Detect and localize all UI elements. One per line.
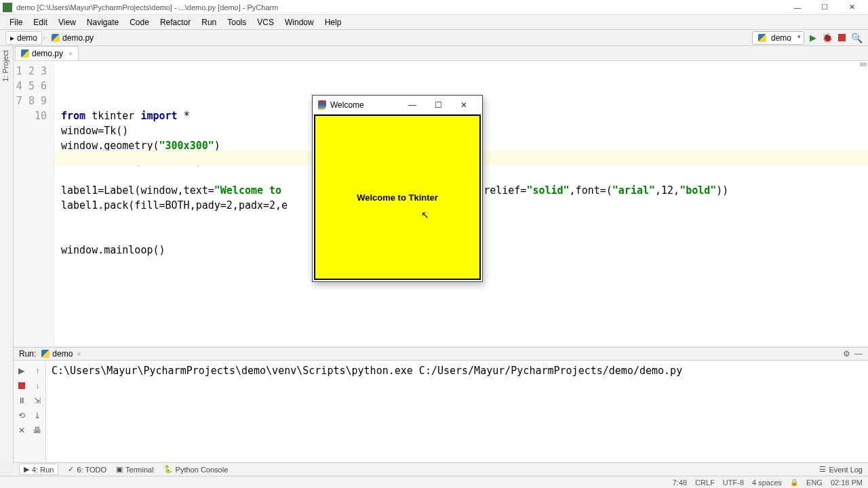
soft-wrap-icon[interactable]: ⇲: [30, 393, 46, 408]
tool-tab-eventlog[interactable]: ☰ Event Log: [819, 465, 863, 474]
run-button[interactable]: ▶: [810, 33, 816, 43]
menu-vcs[interactable]: VCS: [252, 16, 279, 28]
exit-button[interactable]: ⟲: [14, 408, 30, 423]
editor-tab-label: demo.py: [32, 49, 63, 58]
print-icon[interactable]: 🖶: [30, 423, 46, 438]
readonly-lock-icon[interactable]: 🔒: [790, 479, 798, 487]
run-settings-icon[interactable]: ⚙: [843, 349, 850, 359]
tkinter-label-text: Welcome to Tkinter: [357, 192, 438, 203]
editor-tab-demo[interactable]: demo.py ×: [15, 46, 79, 60]
code-token: ,12,: [655, 184, 679, 197]
editor-tabs: demo.py ×: [0, 46, 868, 61]
breadcrumb-file-label: demo.py: [62, 33, 94, 43]
tool-tab-run[interactable]: ▶ 4: Run: [19, 464, 58, 475]
project-tool-tab[interactable]: 1: Project: [0, 46, 11, 85]
menu-file[interactable]: File: [4, 16, 28, 28]
breadcrumb-separator-icon: ›: [43, 35, 45, 41]
tool-tab-terminal[interactable]: ▣ Terminal: [116, 465, 154, 474]
bottom-tool-stripe: ▶ 4: Run ✓ 6: TODO ▣ Terminal 🐍 Python C…: [14, 462, 868, 476]
pause-button[interactable]: ⏸: [14, 393, 30, 408]
run-output[interactable]: C:\Users\Mayur\PycharmProjects\demo\venv…: [46, 361, 868, 464]
folder-icon: ▸: [10, 33, 14, 43]
nav-toolbar: ▸ demo › demo.py demo ▶ 🐞 🔍: [0, 30, 868, 46]
window-maximize-button[interactable]: ☐: [811, 0, 838, 15]
menu-window[interactable]: Window: [279, 16, 319, 28]
main-menu: File Edit View Navigate Code Refactor Ru…: [0, 15, 868, 30]
close-tab-icon[interactable]: ×: [68, 50, 73, 58]
code-token: )): [716, 184, 728, 197]
step-up-icon[interactable]: ↑: [30, 363, 46, 378]
scroll-to-end-icon[interactable]: ⤓: [30, 408, 46, 423]
run-tool-header: Run: demo × ⚙ —: [14, 347, 868, 361]
menu-run[interactable]: Run: [196, 16, 222, 28]
run-tool-window: ▶ ↑ ↓ ⏸ ⇲ ⟲ ⤓ ✕ 🖶 C:\Users\Mayur\Pycharm…: [14, 361, 868, 464]
tool-tab-todo[interactable]: ✓ 6: TODO: [68, 465, 106, 474]
tool-tab-label: Event Log: [829, 466, 863, 474]
os-lang-indicator: ENG: [806, 479, 823, 487]
os-clock: 02:18 PM: [831, 479, 863, 487]
code-token: label1.pack(fill=BOTH,pady=2,padx=2,e: [61, 199, 288, 211]
code-token: from: [61, 110, 92, 122]
window-title: demo [C:\Users\Mayur\PycharmProjects\dem…: [16, 3, 278, 12]
code-token: window.mainloop(): [61, 244, 165, 256]
run-config-label: demo: [771, 33, 791, 43]
code-token: tkinter: [92, 110, 140, 122]
tkinter-titlebar[interactable]: Welcome — ☐ ✕: [313, 96, 482, 115]
run-output-text: C:\Users\Mayur\PycharmProjects\demo\venv…: [52, 365, 682, 377]
window-close-button[interactable]: ✕: [838, 0, 865, 15]
step-down-icon[interactable]: ↓: [30, 378, 46, 393]
tk-close-button[interactable]: ✕: [451, 100, 477, 110]
tk-minimize-button[interactable]: —: [399, 100, 425, 110]
breadcrumb-project-label: demo: [17, 33, 37, 43]
tk-feather-icon: [318, 100, 326, 110]
window-minimize-button[interactable]: —: [784, 0, 811, 15]
menu-navigate[interactable]: Navigate: [81, 16, 124, 28]
run-config-dropdown[interactable]: demo: [752, 31, 804, 45]
app-icon: [3, 3, 12, 12]
search-everywhere-button[interactable]: 🔍: [851, 33, 863, 43]
code-token: *: [184, 110, 190, 122]
run-hide-icon[interactable]: —: [854, 349, 863, 359]
python-file-icon: [21, 49, 29, 58]
code-token: "bold": [679, 184, 716, 197]
status-line-sep[interactable]: CRLF: [695, 479, 715, 487]
tkinter-title-text: Welcome: [330, 100, 364, 110]
line-numbers: 1 2 3 4 5 6 7 8 9 10: [14, 61, 54, 346]
tool-tab-label: 4: Run: [32, 466, 54, 474]
menu-tools[interactable]: Tools: [222, 16, 252, 28]
status-caret-pos[interactable]: 7:48: [673, 479, 687, 487]
menu-code[interactable]: Code: [124, 16, 155, 28]
run-tab-close-icon[interactable]: ×: [77, 350, 81, 358]
menu-refactor[interactable]: Refactor: [155, 16, 196, 28]
code-token: "Welcome to: [214, 184, 288, 197]
stop-button[interactable]: [838, 34, 846, 41]
tk-maximize-button[interactable]: ☐: [425, 100, 451, 110]
menu-view[interactable]: View: [53, 16, 81, 28]
tkinter-label-widget: Welcome to Tkinter: [314, 115, 481, 280]
code-token: window=Tk(): [61, 125, 128, 137]
tkinter-window[interactable]: Welcome — ☐ ✕ Welcome to Tkinter ↖: [312, 95, 483, 282]
delete-icon[interactable]: ✕: [14, 423, 30, 438]
status-encoding[interactable]: UTF-8: [723, 479, 744, 487]
debug-button[interactable]: 🐞: [822, 33, 833, 43]
code-token: import: [140, 110, 183, 122]
stop-run-button[interactable]: [14, 378, 30, 393]
tool-tab-label: Python Console: [176, 466, 229, 474]
left-tool-stripe: 1: Project: [0, 46, 14, 464]
menu-edit[interactable]: Edit: [28, 16, 53, 28]
menu-help[interactable]: Help: [319, 16, 347, 28]
code-token: ,relief=: [477, 184, 526, 197]
breadcrumb-file[interactable]: demo.py: [47, 31, 98, 45]
tool-tab-pyconsole[interactable]: 🐍 Python Console: [163, 465, 229, 474]
rerun-button[interactable]: ▶: [14, 363, 30, 378]
tool-tab-label: Terminal: [125, 466, 154, 474]
tool-tab-label: 6: TODO: [77, 466, 106, 474]
scrollbar-marker: [860, 62, 867, 66]
run-tool-label: Run:: [19, 349, 36, 359]
python-file-icon: [41, 350, 50, 358]
breadcrumb-project[interactable]: ▸ demo: [5, 31, 42, 45]
run-toolbar: ▶ ↑ ↓ ⏸ ⇲ ⟲ ⤓ ✕ 🖶: [14, 361, 46, 464]
status-indent[interactable]: 4 spaces: [752, 479, 782, 487]
code-token: "arial": [612, 184, 655, 197]
status-bar: 7:48 CRLF UTF-8 4 spaces 🔒 ENG 02:18 PM: [0, 476, 868, 488]
